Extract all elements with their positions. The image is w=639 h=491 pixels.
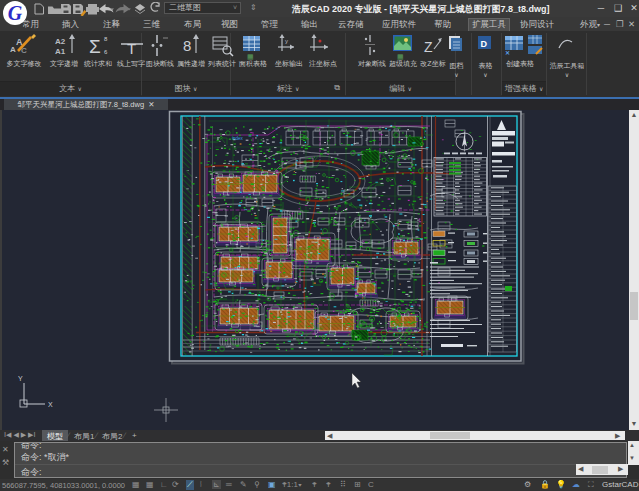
svg-text:8: 8 (183, 37, 191, 54)
svg-text:index: index (232, 136, 244, 141)
svg-text:A: A (10, 45, 16, 54)
svg-text:Y: Y (18, 375, 23, 382)
svg-text:A1: A1 (55, 47, 66, 56)
svg-text:▦: ▦ (247, 53, 254, 60)
svg-text:Σ: Σ (89, 36, 101, 57)
svg-text:X: X (48, 401, 53, 408)
svg-text:A2: A2 (55, 37, 66, 46)
svg-text:D: D (481, 39, 488, 49)
svg-text:8: 8 (104, 36, 108, 42)
svg-text:✕: ✕ (505, 50, 510, 56)
svg-text:▦: ▦ (397, 53, 404, 60)
svg-text:Z: Z (424, 39, 433, 55)
svg-text:y: y (285, 38, 288, 44)
svg-text:6: 6 (104, 49, 108, 55)
svg-text:T: T (127, 40, 136, 57)
svg-text:G: G (8, 3, 23, 23)
